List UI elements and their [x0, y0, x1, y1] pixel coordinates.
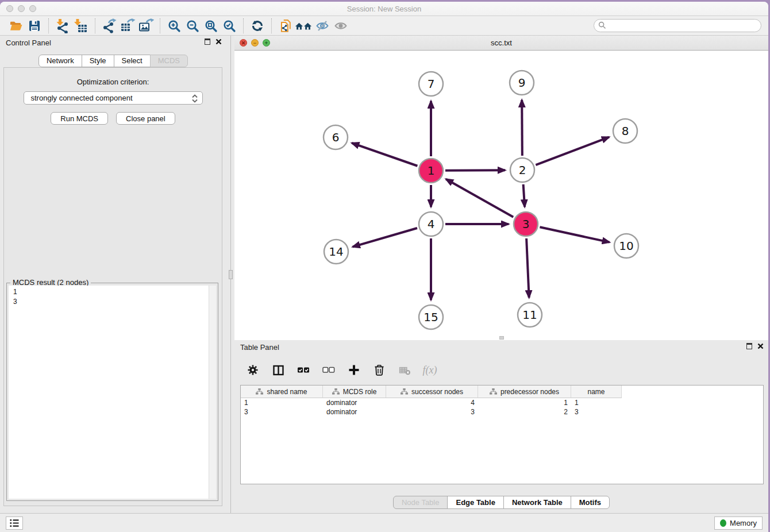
graph-edge-4-14[interactable] — [353, 228, 417, 247]
graph-node-3[interactable]: 3 — [514, 212, 538, 236]
delete-table-button[interactable] — [396, 361, 413, 379]
zoom-selected-button[interactable] — [220, 17, 238, 34]
graph-node-2[interactable]: 2 — [510, 158, 534, 182]
export-image-button[interactable] — [137, 17, 155, 34]
graph-edge-3-1[interactable] — [446, 179, 513, 217]
table-cell[interactable]: 2 — [478, 407, 571, 417]
column-header-shared-name[interactable]: shared name — [241, 385, 323, 398]
float-panel-icon[interactable] — [205, 38, 210, 45]
export-table-button[interactable] — [118, 17, 137, 34]
table-row[interactable]: 3dominator323 — [241, 407, 763, 417]
table-cell[interactable]: 1 — [241, 398, 323, 407]
canvas-resize-grip[interactable] — [499, 336, 504, 340]
network-home-button[interactable] — [295, 17, 313, 34]
window-title: Session: New Session — [0, 5, 768, 13]
column-header-predecessor-nodes[interactable]: predecessor nodes — [478, 385, 571, 398]
apply-layout-button[interactable] — [248, 17, 267, 34]
table-cell[interactable]: 3 — [571, 407, 622, 417]
memory-button[interactable]: Memory — [714, 516, 763, 530]
zoom-out-button[interactable] — [183, 17, 202, 34]
graph-edge-2-3[interactable] — [523, 184, 525, 207]
panel-list-button[interactable] — [6, 516, 23, 530]
table-cell[interactable]: 3 — [386, 407, 478, 417]
table-panel: Table Panel — [234, 340, 768, 513]
tab-motifs[interactable]: Motifs — [571, 496, 610, 509]
graph-node-9[interactable]: 9 — [510, 71, 534, 95]
zoom-in-button[interactable] — [165, 17, 183, 34]
tab-node-table[interactable]: Node Table — [393, 496, 448, 509]
float-panel-icon[interactable] — [746, 343, 752, 349]
table-cell[interactable]: dominator — [323, 407, 386, 417]
select-stepper-icon — [191, 94, 198, 103]
optimization-criterion-label: Optimization criterion: — [4, 78, 222, 86]
graph-edge-1-2[interactable] — [445, 170, 505, 171]
column-header-label: name — [587, 388, 605, 396]
column-header-successor-nodes[interactable]: successor nodes — [386, 385, 478, 398]
graph-node-4[interactable]: 4 — [419, 212, 443, 236]
save-session-button[interactable] — [25, 17, 44, 34]
splitter-grabber[interactable] — [229, 270, 233, 279]
table-cell[interactable]: 4 — [386, 398, 478, 407]
table-row[interactable]: 1dominator411 — [241, 398, 763, 407]
delete-row-button[interactable] — [371, 361, 387, 379]
tab-edge-table[interactable]: Edge Table — [447, 496, 503, 509]
columns-icon — [272, 364, 284, 376]
graph-node-1[interactable]: 1 — [419, 159, 443, 183]
table-cell[interactable]: dominator — [323, 398, 386, 407]
save-floppy-icon — [28, 19, 41, 33]
close-panel-icon[interactable] — [215, 38, 222, 45]
search-input[interactable] — [594, 19, 761, 32]
graph-edge-1-6[interactable] — [352, 143, 417, 166]
graph-node-6[interactable]: 6 — [324, 125, 348, 149]
open-session-button[interactable] — [7, 17, 25, 34]
tab-select[interactable]: Select — [114, 55, 151, 67]
show-hidden-button[interactable] — [332, 17, 350, 34]
network-canvas[interactable]: 7968124314101511 — [234, 51, 768, 340]
graph-edge-3-11[interactable] — [526, 238, 529, 298]
graph-node-14[interactable]: 14 — [324, 240, 348, 264]
graph-node-7[interactable]: 7 — [419, 72, 443, 96]
import-table-button[interactable] — [72, 17, 90, 34]
tab-style[interactable]: Style — [82, 55, 114, 67]
gear-icon — [247, 364, 259, 376]
tab-network-table[interactable]: Network Table — [503, 496, 571, 509]
graph-node-11[interactable]: 11 — [518, 303, 542, 327]
graph-node-10[interactable]: 10 — [614, 234, 638, 258]
eye-slash-icon — [315, 19, 329, 33]
import-network-button[interactable] — [53, 17, 72, 34]
graph-node-8[interactable]: 8 — [613, 119, 637, 143]
add-row-button[interactable] — [346, 361, 362, 379]
table-cell[interactable]: 1 — [478, 398, 571, 407]
run-mcds-button[interactable]: Run MCDS — [51, 112, 108, 125]
tab-network[interactable]: Network — [38, 55, 82, 67]
export-network-button[interactable] — [100, 17, 118, 34]
deselect-all-button[interactable] — [321, 361, 337, 379]
panel-splitter[interactable] — [226, 36, 234, 513]
zoom-fit-button[interactable] — [202, 17, 220, 34]
hide-selected-button[interactable] — [313, 17, 332, 34]
criterion-select[interactable]: strongly connected component — [24, 91, 203, 105]
network-graph: 7968124314101511 — [234, 51, 768, 340]
function-builder-button[interactable]: f(x) — [422, 361, 438, 379]
column-view-button[interactable] — [270, 361, 286, 379]
tab-mcds[interactable]: MCDS — [150, 55, 188, 67]
graph-edge-3-10[interactable] — [540, 227, 609, 242]
column-header-name[interactable]: name — [571, 385, 622, 398]
mcds-result-scrollbar[interactable] — [209, 286, 216, 499]
column-header-MCDS-role[interactable]: MCDS role — [323, 385, 386, 398]
graph-node-15[interactable]: 15 — [419, 305, 443, 329]
mcds-panel: Optimization criterion: strongly connect… — [3, 67, 222, 506]
close-panel-button[interactable]: Close panel — [116, 112, 175, 125]
table-settings-button[interactable] — [245, 361, 261, 379]
clone-network-button[interactable] — [276, 17, 295, 34]
table-cell[interactable]: 3 — [241, 407, 323, 417]
close-panel-icon[interactable] — [757, 343, 764, 349]
control-panel-header: Control Panel — [0, 36, 226, 49]
app-window: Session: New Session — [0, 2, 768, 532]
toolbar-separator — [243, 18, 244, 33]
graph-edge-2-8[interactable] — [536, 137, 609, 165]
graph-edge-2-9[interactable] — [522, 100, 522, 156]
graph-node-label: 8 — [622, 124, 629, 138]
table-cell[interactable]: 1 — [571, 398, 622, 407]
select-all-button[interactable] — [295, 361, 311, 379]
